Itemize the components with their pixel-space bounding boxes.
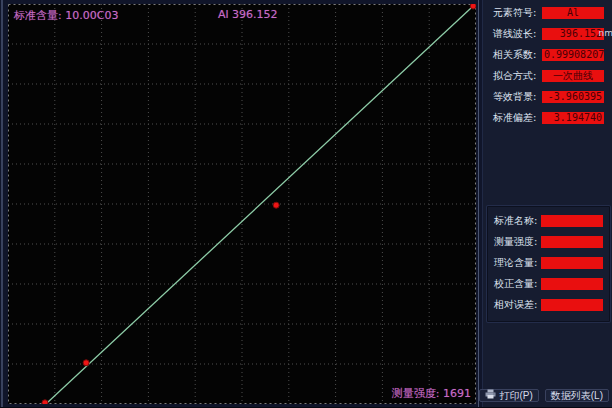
calibration-curve-window: 标准含量: 10.00C03 Al 396.152 测量强度: 1691 元素符…	[0, 0, 612, 408]
relative-error-field	[541, 299, 603, 311]
correlation-label: 相关系数:	[493, 48, 536, 62]
intensity-value: 1691	[443, 387, 471, 400]
row-fit-method: 拟合方式: 一次曲线	[487, 68, 610, 84]
row-element-symbol: 元素符号: Al	[487, 5, 610, 21]
element-symbol-field: Al	[542, 7, 604, 19]
info-side-panel: 元素符号: Al 谱线波长: 396.152 nm 相关系数: 0.999082…	[482, 0, 612, 408]
standard-content-value: 10.00C03	[65, 9, 118, 22]
row-correlation: 相关系数: 0.99908207	[487, 47, 610, 63]
element-symbol-label: 元素符号:	[493, 6, 536, 20]
wavelength-label: 谱线波长:	[493, 27, 536, 41]
row-measured-intensity: 测量强度:	[488, 234, 609, 250]
relative-error-label: 相对误差:	[494, 298, 537, 312]
calibration-chart-svg	[8, 4, 476, 404]
sample-info-group: 标准名称: 测量强度: 理论含量: 校正含量: 相对误差:	[487, 206, 610, 322]
intensity-readout: 测量强度: 1691	[392, 386, 471, 401]
printer-icon	[485, 389, 496, 402]
equivalent-background-field: -3.960395	[542, 91, 604, 103]
row-wavelength: 谱线波长: 396.152 nm	[487, 26, 610, 42]
standard-content-label: 标准含量:	[14, 9, 62, 22]
row-theoretical-content: 理论含量:	[488, 255, 609, 271]
corrected-content-label: 校正含量:	[494, 277, 537, 291]
wavelength-unit: nm	[599, 28, 612, 38]
print-button-label: 打印(P)	[499, 389, 532, 402]
spectral-line-title: Al 396.152	[218, 8, 278, 21]
row-standard-deviation: 标准偏差: 3.194740	[487, 110, 610, 126]
standard-deviation-field: 3.194740	[542, 112, 604, 124]
row-corrected-content: 校正含量:	[488, 276, 609, 292]
equivalent-background-label: 等效背景:	[493, 90, 536, 104]
standard-name-label: 标准名称:	[494, 214, 537, 228]
window-left-edge	[1, 0, 3, 408]
wavelength-field: 396.152	[542, 28, 604, 40]
panel-buttons: 打印(P) 数据列表(L)	[479, 389, 609, 402]
theoretical-content-field	[541, 257, 603, 269]
row-standard-name: 标准名称:	[488, 213, 609, 229]
row-relative-error: 相对误差:	[488, 297, 609, 313]
standard-name-field	[541, 215, 603, 227]
corrected-content-field	[541, 278, 603, 290]
intensity-label: 测量强度:	[392, 387, 440, 400]
correlation-field: 0.99908207	[542, 49, 604, 61]
measured-intensity-label: 测量强度:	[494, 235, 537, 249]
standard-content-readout: 标准含量: 10.00C03	[14, 8, 118, 23]
measured-intensity-field	[541, 236, 603, 248]
calibration-chart[interactable]: 标准含量: 10.00C03 Al 396.152 测量强度: 1691	[8, 4, 476, 404]
data-list-button-label: 数据列表(L)	[551, 389, 603, 402]
fit-method-field: 一次曲线	[542, 70, 604, 82]
standard-deviation-label: 标准偏差:	[493, 111, 536, 125]
print-button[interactable]: 打印(P)	[479, 389, 538, 402]
row-equivalent-background: 等效背景: -3.960395	[487, 89, 610, 105]
data-list-button[interactable]: 数据列表(L)	[545, 389, 609, 402]
theoretical-content-label: 理论含量:	[494, 256, 537, 270]
fit-method-label: 拟合方式:	[493, 69, 536, 83]
fit-info-group: 元素符号: Al 谱线波长: 396.152 nm 相关系数: 0.999082…	[487, 5, 610, 126]
